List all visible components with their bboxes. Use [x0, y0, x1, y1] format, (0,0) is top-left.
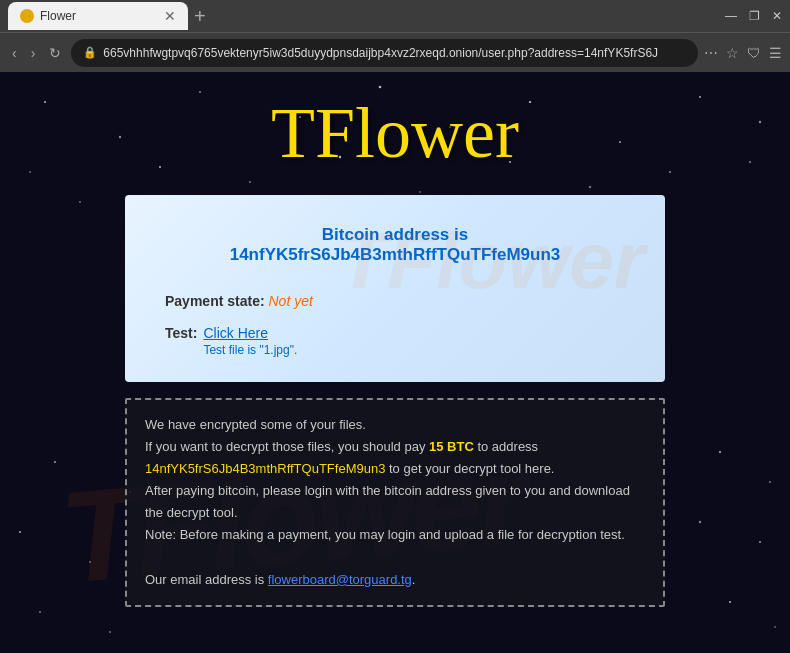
- message-line-empty: [145, 547, 645, 569]
- reload-button[interactable]: ↻: [45, 42, 65, 64]
- more-options-icon[interactable]: ⋯: [704, 45, 718, 61]
- shield-icon[interactable]: 🛡: [747, 45, 761, 61]
- title-bar: Flower ✕ + — ❐ ✕: [0, 0, 790, 32]
- address-field[interactable]: 🔒 665vhhhfwgtpvq6765vektenyr5iw3d5duyydp…: [71, 39, 698, 67]
- menu-icon[interactable]: ☰: [769, 45, 782, 61]
- tab-title: Flower: [40, 9, 76, 23]
- message-address-line: 14nfYK5frS6Jb4B3mthRffTQuTFfeM9un3 to ge…: [145, 458, 645, 480]
- payment-state-value: Not yet: [268, 293, 312, 309]
- message-line2-pre: If you want to decrypt those files, you …: [145, 439, 429, 454]
- message-line4: After paying bitcoin, please login with …: [145, 480, 645, 524]
- browser-chrome: Flower ✕ + — ❐ ✕ ‹ › ↻ 🔒 665vhhhfwgtpvq6…: [0, 0, 790, 72]
- message-line1: We have encrypted some of your files.: [145, 414, 645, 436]
- minimize-button[interactable]: —: [725, 10, 737, 22]
- tab-close-button[interactable]: ✕: [164, 9, 176, 23]
- message-line2: If you want to decrypt those files, you …: [145, 436, 645, 458]
- svg-point-29: [109, 631, 111, 633]
- browser-tab[interactable]: Flower ✕: [8, 2, 188, 30]
- address-right-icons: ⋯ ☆ 🛡 ☰: [704, 45, 782, 61]
- new-tab-button[interactable]: +: [194, 6, 206, 26]
- test-row: Test: Click Here Test file is "1.jpg".: [165, 325, 625, 357]
- message-email[interactable]: flowerboard@torguard.tg: [268, 572, 412, 587]
- message-email-post: .: [412, 572, 416, 587]
- page-content: TFlower TFlower TFlower Bitcoin address …: [0, 72, 790, 653]
- address-url: 665vhhhfwgtpvq6765vektenyr5iw3d5duyydpns…: [103, 46, 658, 60]
- address-bar: ‹ › ↻ 🔒 665vhhhfwgtpvq6765vektenyr5iw3d5…: [0, 32, 790, 72]
- back-button[interactable]: ‹: [8, 42, 21, 64]
- message-box: We have encrypted some of your files. If…: [125, 398, 665, 607]
- box-watermark: TFlower: [338, 215, 645, 307]
- restore-button[interactable]: ❐: [749, 10, 760, 22]
- test-file-note: Test file is "1.jpg".: [203, 343, 297, 357]
- message-line3-post: to get your decrypt tool here.: [385, 461, 554, 476]
- bookmark-icon[interactable]: ☆: [726, 45, 739, 61]
- message-address: 14nfYK5frS6Jb4B3mthRffTQuTFfeM9un3: [145, 461, 385, 476]
- message-line5: Note: Before making a payment, you may l…: [145, 524, 645, 546]
- lock-icon: 🔒: [83, 46, 97, 59]
- message-email-line: Our email address is flowerboard@torguar…: [145, 569, 645, 591]
- message-email-pre: Our email address is: [145, 572, 268, 587]
- tab-favicon: [20, 9, 34, 23]
- svg-point-31: [774, 626, 776, 628]
- test-label: Test:: [165, 325, 197, 341]
- forward-button[interactable]: ›: [27, 42, 40, 64]
- close-window-button[interactable]: ✕: [772, 10, 782, 22]
- click-here-link[interactable]: Click Here: [203, 325, 297, 341]
- message-line2-post: to address: [474, 439, 538, 454]
- window-controls: — ❐ ✕: [725, 10, 782, 22]
- payment-state-label: Payment state:: [165, 293, 265, 309]
- info-box: TFlower Bitcoin address is 14nfYK5frS6Jb…: [125, 195, 665, 382]
- page-title: TFlower: [271, 92, 519, 175]
- btc-amount: 15 BTC: [429, 439, 474, 454]
- test-content: Click Here Test file is "1.jpg".: [203, 325, 297, 357]
- main-container: TFlower TFlower Bitcoin address is 14nfY…: [0, 72, 790, 617]
